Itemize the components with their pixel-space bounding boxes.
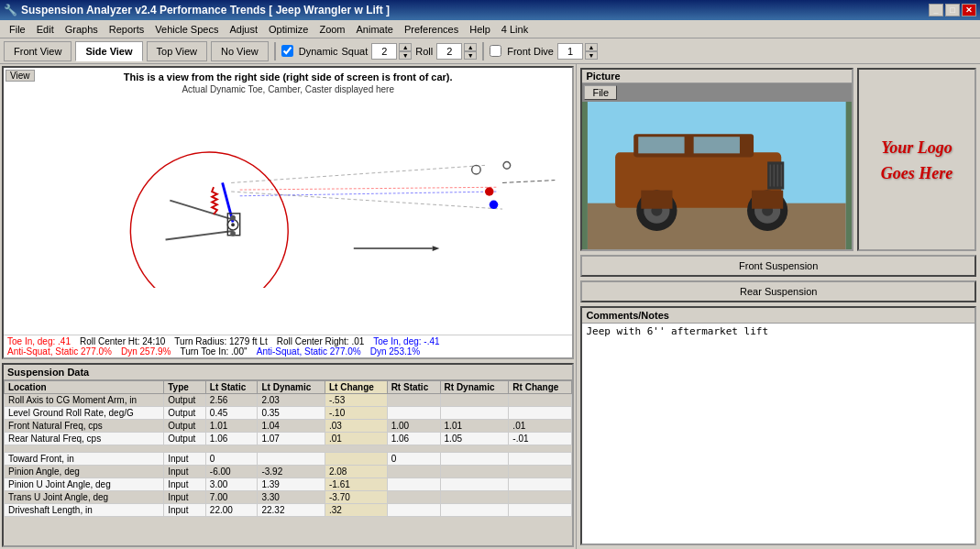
menu-file[interactable]: File [4, 22, 31, 37]
comments-textarea[interactable]: Jeep with 6'' aftermarket lift [582, 324, 974, 544]
data-table-container[interactable]: Location Type Lt Static Lt Dynamic Lt Ch… [4, 380, 572, 543]
toe-in-blue: Toe In, deg: -.41 [373, 336, 439, 346]
close-button[interactable]: ✕ [962, 4, 976, 16]
svg-marker-5 [433, 246, 440, 251]
table-cell: -3.92 [258, 466, 325, 478]
table-cell: .01 [325, 433, 387, 445]
table-cell: Output [164, 420, 206, 433]
roll-down-arrow[interactable]: ▼ [464, 51, 477, 60]
table-cell [387, 478, 440, 491]
picture-file-button[interactable]: File [584, 85, 617, 100]
tab-no-view[interactable]: No View [211, 41, 269, 61]
picture-section: Picture File [580, 68, 976, 251]
menu-zoom[interactable]: Zoom [314, 22, 350, 37]
menu-vehicle-specs[interactable]: Vehicle Specs [149, 22, 224, 37]
table-cell [440, 394, 509, 407]
table-cell [440, 491, 509, 504]
table-cell: 1.07 [258, 433, 325, 445]
table-cell [387, 394, 440, 407]
table-cell: 0.35 [258, 407, 325, 420]
view-title: This is a view from the right side (righ… [4, 70, 572, 84]
roll-up-arrow[interactable]: ▲ [464, 43, 477, 51]
squat-input[interactable] [371, 43, 397, 60]
roll-input[interactable] [436, 43, 462, 60]
separator-2 [482, 42, 484, 60]
table-cell: 0 [205, 453, 258, 466]
col-rt-change: Rt Change [509, 381, 572, 394]
front-suspension-button[interactable]: Front Suspension [580, 255, 976, 277]
front-dive-checkbox[interactable] [490, 45, 501, 57]
status-bar: Toe In, deg: .41 Roll Center Ht: 24:10 T… [4, 335, 572, 357]
maximize-button[interactable]: □ [945, 4, 960, 16]
suspension-table: Location Type Lt Static Lt Dynamic Lt Ch… [4, 380, 572, 517]
squat-spinner: ▲ ▼ [371, 43, 412, 60]
view-area: View This is a view from the right side … [2, 66, 574, 359]
menu-4link[interactable]: 4 Link [496, 22, 534, 37]
table-cell: Trans U Joint Angle, deg [5, 491, 164, 504]
front-dive-down-arrow[interactable]: ▼ [585, 51, 598, 60]
view-subtitle: Actual Dynamic Toe, Camber, Caster displ… [4, 84, 572, 94]
tab-top-view[interactable]: Top View [147, 41, 207, 61]
table-cell: 1.01 [440, 420, 509, 433]
table-header-row: Location Type Lt Static Lt Dynamic Lt Ch… [5, 381, 572, 394]
dyn-red: Dyn 257.9% [121, 346, 171, 357]
table-cell: 22.32 [258, 504, 325, 517]
table-cell [5, 445, 164, 453]
table-row: Roll Axis to CG Moment Arm, inOutput2.56… [5, 394, 572, 407]
menu-graphs[interactable]: Graphs [60, 22, 104, 37]
roll-center-right: Roll Center Right: .01 [277, 336, 365, 346]
menu-preferences[interactable]: Preferences [399, 22, 464, 37]
dynamic-checkbox[interactable] [281, 45, 293, 57]
table-cell: 3.00 [205, 478, 258, 491]
menu-adjust[interactable]: Adjust [224, 22, 263, 37]
minimize-button[interactable]: _ [929, 4, 943, 16]
table-cell: .03 [325, 420, 387, 433]
col-rt-dynamic: Rt Dynamic [440, 381, 509, 394]
front-dive-up-arrow[interactable]: ▲ [585, 43, 598, 51]
table-cell [440, 504, 509, 517]
table-cell: 1.06 [387, 433, 440, 445]
toe-in-red: Toe In, deg: .41 [7, 336, 71, 346]
table-cell [387, 445, 440, 453]
menubar: File Edit Graphs Reports Vehicle Specs A… [0, 20, 980, 38]
svg-point-17 [485, 187, 494, 196]
toolbar: Front View Side View Top View No View Dy… [0, 38, 980, 64]
menu-help[interactable]: Help [464, 22, 496, 37]
table-cell [258, 445, 325, 453]
picture-content [582, 102, 852, 249]
rear-suspension-button[interactable]: Rear Suspension [580, 280, 976, 302]
table-cell: 1.39 [258, 478, 325, 491]
table-cell [440, 478, 509, 491]
svg-point-8 [231, 223, 235, 226]
svg-rect-24 [639, 137, 685, 153]
menu-reports[interactable]: Reports [104, 22, 150, 37]
table-cell: Level Ground Roll Rate, deg/G [5, 407, 164, 420]
menu-animate[interactable]: Animate [351, 22, 399, 37]
table-body: Roll Axis to CG Moment Arm, inOutput2.56… [5, 394, 572, 517]
table-cell [440, 407, 509, 420]
anti-squat-red: Anti-Squat, Static 277.0% [7, 346, 112, 357]
menu-edit[interactable]: Edit [31, 22, 60, 37]
anti-squat-blue: Anti-Squat, Static 277.0% [257, 346, 361, 357]
suspension-data-header: Suspension Data [4, 365, 572, 380]
squat-down-arrow[interactable]: ▼ [399, 51, 412, 60]
table-cell: Input [164, 504, 206, 517]
menu-optimize[interactable]: Optimize [263, 22, 314, 37]
svg-point-13 [230, 215, 236, 221]
tab-side-view[interactable]: Side View [75, 41, 142, 61]
table-cell: Input [164, 466, 206, 478]
table-row: Rear Natural Freq, cpsOutput1.061.07.011… [5, 433, 572, 445]
tab-front-view[interactable]: Front View [4, 41, 72, 61]
svg-point-6 [130, 152, 288, 288]
table-row: Toward Front, inInput00 [5, 453, 572, 466]
front-dive-input[interactable] [557, 43, 583, 60]
table-cell: 2.03 [258, 394, 325, 407]
squat-up-arrow[interactable]: ▲ [399, 43, 412, 51]
table-cell: -.53 [325, 394, 387, 407]
table-cell [325, 453, 387, 466]
table-cell [509, 445, 572, 453]
table-row: Trans U Joint Angle, degInput7.003.30-3.… [5, 491, 572, 504]
table-row: Driveshaft Length, inInput22.0022.32.32 [5, 504, 572, 517]
status-row-1: Toe In, deg: .41 Roll Center Ht: 24:10 T… [7, 336, 568, 346]
table-cell [387, 491, 440, 504]
